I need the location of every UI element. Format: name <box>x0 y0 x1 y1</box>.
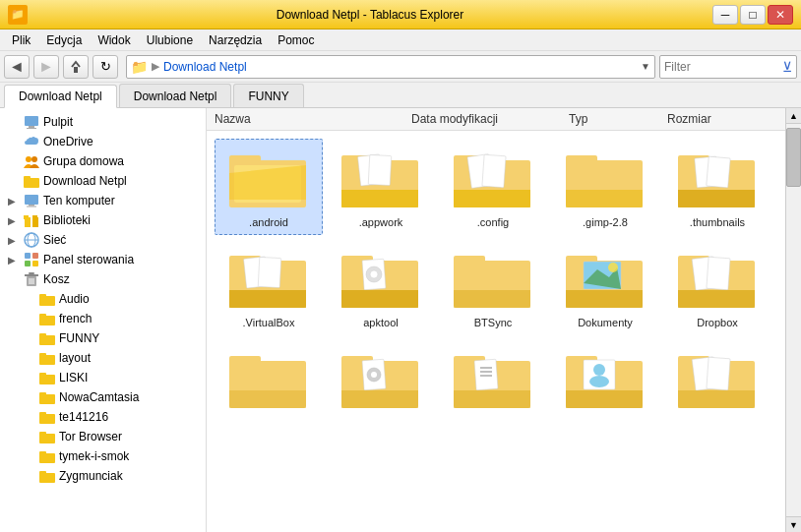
tabs: Download Netpl Download Netpl FUNNY <box>0 83 801 108</box>
menu-narzedzia[interactable]: Narzędzia <box>201 31 270 49</box>
svg-rect-2 <box>29 126 34 128</box>
col-header-type[interactable]: Typ <box>569 112 667 126</box>
sidebar-label-downloadnetpl: Download Netpl <box>43 174 127 188</box>
svg-rect-96 <box>229 390 306 408</box>
svg-rect-88 <box>566 290 643 308</box>
sidebar-item-tymek[interactable]: tymek-i-smok <box>0 446 206 466</box>
file-item-row3-5[interactable]: - <box>663 339 771 436</box>
svg-rect-9 <box>29 205 34 207</box>
address-text[interactable]: Download Netpl <box>163 60 247 74</box>
close-button[interactable]: ✕ <box>768 5 793 25</box>
svg-rect-62 <box>566 155 597 167</box>
file-item-android[interactable]: .android <box>215 139 323 235</box>
svg-point-78 <box>370 270 378 278</box>
scrollbar[interactable]: ▲ ▼ <box>785 108 801 532</box>
file-item-row3-1[interactable]: - <box>215 339 323 436</box>
svg-rect-63 <box>566 190 643 207</box>
sidebar-label-french: french <box>59 312 92 325</box>
folder-icon-zygmunciak <box>39 468 55 484</box>
menu-bar: Plik Edycja Widok Ulubione Narzędzia Pom… <box>0 30 801 51</box>
file-grid: .android .appwork <box>207 131 785 443</box>
sidebar-item-onedrive[interactable]: OneDrive <box>0 132 206 151</box>
file-item-virtualbox[interactable]: .VirtualBox <box>215 239 323 335</box>
file-item-thumbnails[interactable]: .thumbnails <box>663 139 771 235</box>
svg-rect-20 <box>25 261 31 266</box>
svg-point-5 <box>31 156 37 162</box>
sidebar-item-grupadomowa[interactable]: Grupa domowa <box>0 151 206 171</box>
col-header-name[interactable]: Nazwa <box>215 112 411 126</box>
svg-point-87 <box>608 263 618 272</box>
window-controls: ─ □ ✕ <box>712 5 793 25</box>
file-item-row3-4[interactable]: - <box>551 339 659 436</box>
svg-rect-45 <box>39 451 46 455</box>
column-headers: Nazwa Data modyfikacji Typ Rozmiar <box>207 108 785 131</box>
svg-rect-29 <box>39 294 46 298</box>
folder-icon-nowacamtasia <box>39 389 55 405</box>
file-item-gimp[interactable]: .gimp-2.8 <box>551 139 659 235</box>
file-item-btsync[interactable]: BTSync <box>439 239 547 335</box>
file-item-appwork[interactable]: .appwork <box>327 139 435 235</box>
menu-ulubione[interactable]: Ulubione <box>139 31 201 49</box>
maximize-button[interactable]: □ <box>740 5 766 25</box>
main-area: Pulpit OneDrive Grupa domowa Download Ne… <box>0 108 801 532</box>
sidebar-item-audio[interactable]: Audio <box>0 289 206 309</box>
file-item-config[interactable]: .config <box>439 139 547 235</box>
sidebar-item-zygmunciak[interactable]: Zygmunciak <box>0 466 206 486</box>
scroll-down-btn[interactable]: ▼ <box>786 516 801 532</box>
sidebar-label-funny: FUNNY <box>59 331 99 345</box>
scroll-up-btn[interactable]: ▲ <box>786 108 801 124</box>
sidebar-item-panelsterowania[interactable]: ▶ Panel sterowania <box>0 250 206 269</box>
svg-rect-109 <box>454 390 530 408</box>
sidebar-item-tenkomputer[interactable]: ▶ Ten komputer <box>0 191 206 210</box>
file-item-row3-3[interactable]: - <box>439 339 547 436</box>
file-item-row3-2[interactable]: - <box>327 339 435 436</box>
sidebar-item-liski[interactable]: LISKI <box>0 368 206 387</box>
col-header-date[interactable]: Data modyfikacji <box>411 112 569 126</box>
sidebar-item-french[interactable]: french <box>0 309 206 328</box>
svg-rect-115 <box>566 390 643 408</box>
sidebar-item-downloadnetpl[interactable]: Download Netpl <box>0 171 206 191</box>
file-name-dokumenty: Dokumenty <box>578 317 633 328</box>
file-item-apktool[interactable]: apktool <box>327 239 435 335</box>
sidebar-item-torbrowser[interactable]: Tor Browser <box>0 427 206 446</box>
file-item-dokumenty[interactable]: Dokumenty <box>551 239 659 335</box>
svg-rect-12 <box>24 215 29 219</box>
folder-icon-thumbnails <box>678 146 757 212</box>
svg-point-113 <box>593 364 605 376</box>
minimize-button[interactable]: ─ <box>712 5 738 25</box>
sidebar-item-funny[interactable]: FUNNY <box>0 328 206 348</box>
svg-rect-68 <box>678 190 755 207</box>
tab-0[interactable]: Download Netpl <box>4 85 117 108</box>
svg-rect-43 <box>39 432 46 436</box>
address-dropdown-icon[interactable]: ▼ <box>641 61 650 72</box>
col-header-size[interactable]: Rozmiar <box>667 112 777 126</box>
menu-edycja[interactable]: Edycja <box>38 31 90 49</box>
file-name-android: .android <box>249 216 288 228</box>
svg-rect-55 <box>341 190 418 207</box>
sidebar-item-nowacamtasia[interactable]: NowaCamtasia <box>0 387 206 407</box>
sidebar-item-pulpit[interactable]: Pulpit <box>0 112 206 132</box>
file-name-row3-2: - <box>379 417 383 429</box>
tab-2[interactable]: FUNNY <box>233 84 303 107</box>
menu-widok[interactable]: Widok <box>90 31 138 49</box>
sidebar-item-layout[interactable]: layout <box>0 348 206 368</box>
scroll-thumb[interactable] <box>786 128 801 187</box>
sidebar-item-te141216[interactable]: te141216 <box>0 407 206 427</box>
forward-button[interactable]: ► <box>33 55 59 79</box>
menu-plik[interactable]: Plik <box>4 31 38 49</box>
up-button[interactable] <box>63 55 89 79</box>
sidebar-item-siec[interactable]: ▶ Sieć <box>0 230 206 250</box>
folder-icon-config <box>454 146 532 212</box>
menu-pomoc[interactable]: Pomoc <box>270 31 322 49</box>
file-name-row3-4: - <box>603 417 607 429</box>
svg-point-101 <box>371 372 377 378</box>
refresh-button[interactable]: ↻ <box>92 55 118 79</box>
sidebar-item-biblioteki[interactable]: ▶ Biblioteki <box>0 210 206 230</box>
sidebar-item-kosz[interactable]: Kosz <box>0 269 206 289</box>
cloud-icon <box>24 134 39 149</box>
svg-rect-47 <box>39 471 46 475</box>
file-item-dropbox[interactable]: Dropbox <box>663 239 771 335</box>
back-button[interactable]: ◄ <box>4 55 30 79</box>
filter-input[interactable] <box>664 60 772 74</box>
tab-1[interactable]: Download Netpl <box>119 84 232 107</box>
